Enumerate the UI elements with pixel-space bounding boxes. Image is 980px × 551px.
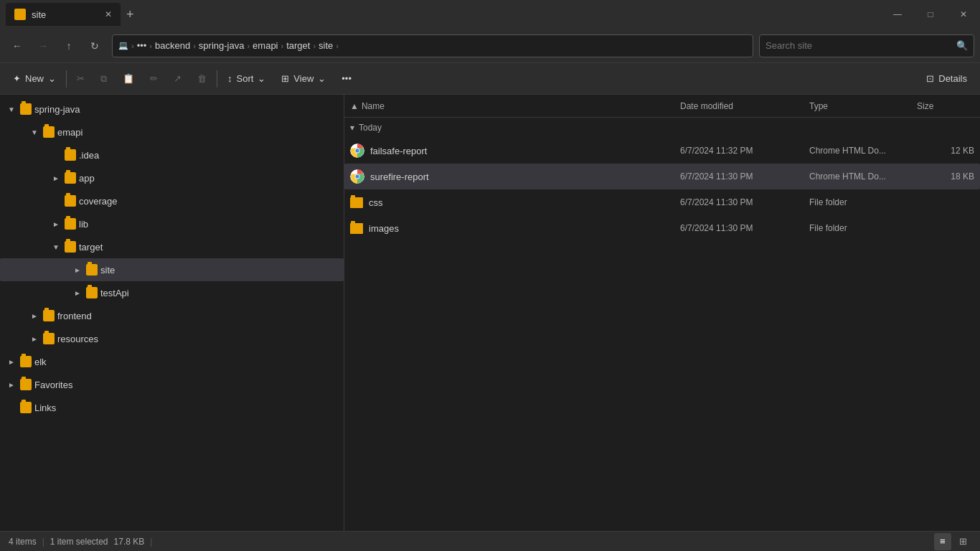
maximize-btn[interactable]: □ <box>914 3 947 26</box>
active-tab[interactable]: site ✕ <box>6 3 121 26</box>
sort-button[interactable]: ↕ Sort ⌄ <box>220 67 273 90</box>
status-sep-1: | <box>42 537 44 547</box>
sidebar-item-label-favorites: Favorites <box>34 380 338 390</box>
more-icon: ••• <box>341 73 352 84</box>
sidebar-item-testApi[interactable]: testApi <box>0 281 344 304</box>
grid-view-btn[interactable]: ⊞ <box>954 533 971 550</box>
file-name-cell-images: images <box>350 223 680 234</box>
selected-count: 1 item selected <box>50 537 108 547</box>
sidebar-item-lib[interactable]: lib <box>0 212 344 235</box>
breadcrumb-item-site[interactable]: site <box>319 40 333 51</box>
col-header-size[interactable]: Size <box>917 101 974 111</box>
chevron-lib <box>50 218 62 230</box>
new-label: New <box>25 73 44 84</box>
file-size-failsafe-report: 12 KB <box>917 146 974 156</box>
new-button[interactable]: ✦ New ⌄ <box>6 67 63 90</box>
sidebar-item-label-coverage: coverage <box>79 196 338 207</box>
col-header-type[interactable]: Type <box>809 101 917 111</box>
back-btn[interactable]: ← <box>6 34 29 57</box>
group-label: Today <box>359 123 382 133</box>
file-type-css: File folder <box>809 197 917 207</box>
col-header-date[interactable]: Date modified <box>680 101 809 111</box>
content-area: ▲ NameDate modifiedTypeSize▾Today failsa… <box>344 95 980 531</box>
sidebar-item-target[interactable]: target <box>0 235 344 258</box>
file-row-failsafe-report[interactable]: failsafe-report6/7/2024 11:32 PMChrome H… <box>344 138 980 164</box>
breadcrumb-more[interactable]: ••• <box>137 40 147 51</box>
group-header-today: ▾Today <box>344 118 980 138</box>
sidebar-item-site[interactable]: site <box>0 258 344 281</box>
folder-icon-css <box>350 197 363 208</box>
group-chevron-icon[interactable]: ▾ <box>350 123 354 133</box>
sidebar-item-label-site: site <box>100 265 338 276</box>
file-row-surefire-report[interactable]: surefire-report6/7/2024 11:30 PMChrome H… <box>344 164 980 189</box>
view-button[interactable]: ⊞ View ⌄ <box>274 67 333 90</box>
copy-button[interactable]: ⧉ <box>93 67 114 90</box>
sidebar-item-label-frontend: frontend <box>57 311 338 321</box>
rename-button[interactable]: ✏ <box>143 67 165 90</box>
chevron-resources <box>29 333 40 344</box>
file-row-css[interactable]: css6/7/2024 11:30 PMFile folder <box>344 189 980 215</box>
breadcrumb-item-emapi[interactable]: emapi <box>253 40 278 51</box>
sidebar-item-label-app: app <box>79 173 338 184</box>
sidebar-item-frontend[interactable]: frontend <box>0 304 344 327</box>
sidebar-item-resources[interactable]: resources <box>0 327 344 350</box>
breadcrumb-item-backend[interactable]: backend <box>155 40 190 51</box>
folder-icon-testApi <box>86 287 98 298</box>
sidebar: spring-javaemapi.ideaappcoveragelibtarge… <box>0 95 344 531</box>
search-input[interactable] <box>765 40 952 51</box>
search-box[interactable]: 🔍 <box>759 34 974 57</box>
sidebar-item-favorites[interactable]: Favorites <box>0 373 344 396</box>
sidebar-item-spring-java[interactable]: spring-java <box>0 98 344 121</box>
delete-button[interactable]: 🗑 <box>190 67 214 90</box>
folder-icon-idea <box>65 149 76 161</box>
rename-icon: ✏ <box>150 73 158 84</box>
file-name-css: css <box>369 197 383 208</box>
file-name-cell-failsafe-report: failsafe-report <box>350 143 680 158</box>
sidebar-item-label-testApi: testApi <box>100 288 338 298</box>
chevron-site <box>72 264 83 276</box>
copy-icon: ⧉ <box>100 73 107 85</box>
details-button[interactable]: ⊡ Details <box>919 67 974 90</box>
file-date-css: 6/7/2024 11:30 PM <box>680 197 809 207</box>
paste-button[interactable]: 📋 <box>116 67 141 90</box>
chrome-icon-failsafe-report <box>350 143 364 158</box>
view-icon: ⊞ <box>281 73 289 84</box>
breadcrumb-item-spring-java[interactable]: spring-java <box>199 40 245 51</box>
file-date-surefire-report: 6/7/2024 11:30 PM <box>680 171 809 182</box>
file-name-surefire-report: surefire-report <box>370 171 429 182</box>
sidebar-item-elk[interactable]: elk <box>0 350 344 373</box>
share-icon: ↗ <box>174 73 182 84</box>
new-plus-icon: ✦ <box>13 73 21 84</box>
share-button[interactable]: ↗ <box>166 67 189 90</box>
sidebar-item-links[interactable]: Links <box>0 396 344 419</box>
folder-icon-links <box>20 402 32 413</box>
cut-button[interactable]: ✂ <box>70 67 92 90</box>
sidebar-item-app[interactable]: app <box>0 166 344 189</box>
folder-icon-target <box>65 241 76 253</box>
refresh-btn[interactable]: ↻ <box>83 34 106 57</box>
file-row-images[interactable]: images6/7/2024 11:30 PMFile folder <box>344 215 980 241</box>
new-tab-btn[interactable]: + <box>121 7 140 22</box>
forward-btn[interactable]: → <box>32 34 55 57</box>
folder-icon-favorites <box>20 379 32 390</box>
more-options-button[interactable]: ••• <box>334 67 359 90</box>
up-btn[interactable]: ↑ <box>57 34 80 57</box>
folder-icon-site <box>86 264 98 276</box>
folder-icon-images <box>350 223 363 234</box>
address-box[interactable]: 💻 ›••• › backend › spring-java › emapi ›… <box>112 34 753 57</box>
close-btn[interactable]: ✕ <box>947 3 980 26</box>
tab-title: site <box>32 9 99 20</box>
file-name-cell-surefire-report: surefire-report <box>350 169 680 184</box>
file-name-cell-css: css <box>350 197 680 208</box>
sort-icon: ↕ <box>227 73 232 84</box>
sidebar-item-emapi[interactable]: emapi <box>0 121 344 143</box>
sidebar-item-idea[interactable]: .idea <box>0 143 344 166</box>
sidebar-item-label-idea: .idea <box>79 150 338 161</box>
tab-close-btn[interactable]: ✕ <box>105 9 112 19</box>
sidebar-item-coverage[interactable]: coverage <box>0 189 344 212</box>
breadcrumb-item-target[interactable]: target <box>286 40 310 51</box>
minimize-btn[interactable]: — <box>881 3 914 26</box>
selected-size: 17.8 KB <box>114 537 145 547</box>
list-view-btn[interactable]: ≡ <box>934 533 951 550</box>
col-header-name[interactable]: ▲ Name <box>350 101 680 111</box>
